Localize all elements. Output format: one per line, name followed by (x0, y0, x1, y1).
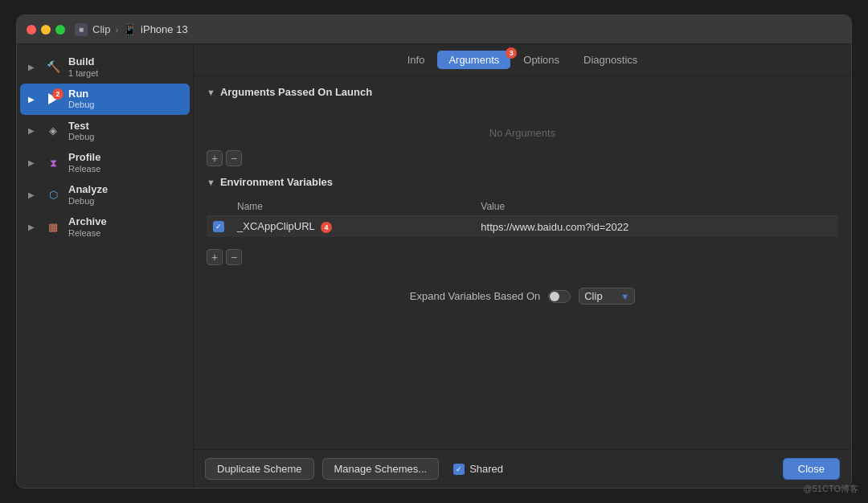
remove-env-button[interactable]: − (226, 249, 242, 265)
duplicate-scheme-button[interactable]: Duplicate Scheme (205, 458, 314, 480)
add-env-button[interactable]: + (207, 249, 223, 265)
sidebar-item-build[interactable]: ▶ 🔨 Build 1 target (20, 51, 190, 83)
sidebar-test-text: Test Debug (68, 120, 182, 143)
expand-variables-toggle[interactable] (548, 290, 571, 303)
close-button[interactable]: Close (783, 458, 840, 480)
env-row-checkbox-cell: ✓ (207, 216, 231, 238)
sidebar-profile-sublabel: Release (68, 164, 182, 174)
arguments-section-title: Arguments Passed On Launch (220, 86, 372, 98)
breadcrumb-chevron: › (115, 25, 118, 35)
no-arguments-text: No Arguments (207, 108, 838, 145)
sidebar-run-sublabel: Debug (68, 100, 182, 110)
minimize-traffic-light[interactable] (41, 25, 51, 35)
tab-diagnostics[interactable]: Diagnostics (572, 51, 649, 69)
sidebar-analyze-label: Analyze (68, 183, 182, 196)
panel-content: ▼ Arguments Passed On Launch No Argument… (194, 76, 851, 449)
shared-checkbox[interactable]: ✓ (453, 464, 465, 475)
sidebar-profile-label: Profile (68, 151, 182, 164)
env-section-title: Environment Variables (220, 176, 333, 188)
env-add-remove-row: + − (207, 244, 838, 275)
env-row-checkbox[interactable]: ✓ (213, 221, 224, 232)
expand-variables-label: Expand Variables Based On (410, 290, 540, 302)
sidebar-test-label: Test (68, 120, 182, 133)
close-traffic-light[interactable] (27, 25, 36, 35)
shared-row: ✓ Shared (453, 463, 503, 475)
sidebar-archive-text: Archive Release (68, 215, 182, 239)
main-content: ▶ 🔨 Build 1 target ▶ 2 Run Debug (17, 44, 851, 488)
device-icon: 📱 (123, 23, 137, 36)
shared-label: Shared (469, 463, 503, 475)
col-value: Value (474, 198, 838, 216)
build-icon: 🔨 (44, 58, 62, 76)
watermark: @51CTO博客 (804, 483, 858, 495)
sidebar: ▶ 🔨 Build 1 target ▶ 2 Run Debug (17, 44, 194, 488)
expand-variables-select[interactable]: Clip (584, 290, 616, 302)
maximize-traffic-light[interactable] (55, 25, 65, 35)
arguments-section-header: ▼ Arguments Passed On Launch (207, 86, 838, 98)
breadcrumb-device: 📱 iPhone 13 (123, 23, 188, 36)
sidebar-build-label: Build (68, 55, 182, 68)
tab-info[interactable]: Info (396, 51, 436, 69)
sidebar-profile-text: Profile Release (68, 151, 182, 174)
sidebar-archive-sublabel: Release (68, 228, 182, 239)
env-row-value: https://www.baidu.com?id=2022 (474, 216, 838, 238)
sidebar-item-analyze[interactable]: ▶ ⬡ Analyze Debug (20, 179, 190, 211)
expand-select-wrapper: Clip ▼ (579, 288, 635, 305)
test-icon: ◈ (44, 122, 62, 140)
section-chevron-icon: ▼ (207, 88, 215, 97)
arguments-add-remove-row: + − (207, 145, 838, 176)
title-bar: ■ Clip › 📱 iPhone 13 (17, 15, 851, 44)
chevron-icon: ▶ (28, 95, 38, 104)
profile-icon: ⧗ (44, 154, 62, 172)
sidebar-archive-label: Archive (68, 215, 182, 228)
sidebar-run-label: Run (68, 88, 182, 100)
sidebar-run-text: Run Debug (68, 88, 182, 111)
expand-dropdown-arrow-icon: ▼ (620, 292, 629, 301)
right-panel: Info Arguments 3 Options Diagnostics ▼ A… (194, 44, 851, 488)
env-row-name: _XCAppClipURL 4 (231, 216, 474, 238)
bottom-bar: Duplicate Scheme Manage Schemes... ✓ Sha… (194, 449, 851, 488)
chevron-icon: ▶ (28, 158, 38, 167)
sidebar-item-archive[interactable]: ▶ ▦ Archive Release (20, 211, 190, 243)
badge-4: 4 (321, 222, 332, 233)
sidebar-analyze-sublabel: Debug (68, 196, 182, 207)
sidebar-item-run[interactable]: ▶ 2 Run Debug (20, 84, 190, 115)
sidebar-test-sublabel: Debug (68, 132, 182, 142)
col-checkbox (207, 198, 231, 216)
chevron-icon: ▶ (28, 190, 38, 199)
badge-2: 2 (52, 88, 63, 100)
breadcrumb: ■ Clip › 📱 iPhone 13 (75, 23, 188, 36)
chevron-icon: ▶ (28, 223, 38, 231)
add-argument-button[interactable]: + (207, 150, 223, 166)
table-row: ✓ _XCAppClipURL 4 https://www.baidu.com?… (207, 216, 838, 238)
env-section-header: ▼ Environment Variables (207, 176, 838, 188)
toggle-knob (550, 292, 559, 301)
tab-options[interactable]: Options (512, 51, 571, 69)
expand-variables-row: Expand Variables Based On Clip ▼ (207, 275, 838, 311)
archive-icon: ▦ (44, 218, 62, 235)
manage-schemes-button[interactable]: Manage Schemes... (322, 458, 440, 480)
chevron-icon: ▶ (28, 63, 38, 72)
device-label: iPhone 13 (141, 23, 188, 35)
sidebar-item-profile[interactable]: ▶ ⧗ Profile Release (20, 147, 190, 178)
sidebar-item-test[interactable]: ▶ ◈ Test Debug (20, 116, 190, 147)
breadcrumb-app-label: Clip (92, 23, 110, 35)
env-section-chevron-icon: ▼ (207, 178, 215, 187)
traffic-lights (27, 25, 65, 35)
tab-arguments[interactable]: Arguments 3 (437, 51, 510, 69)
run-icon: 2 (44, 90, 62, 108)
sidebar-build-sublabel: 1 target (68, 68, 182, 79)
tabs-bar: Info Arguments 3 Options Diagnostics (194, 44, 851, 76)
app-icon: ■ (75, 23, 88, 36)
col-name: Name (231, 198, 474, 216)
sidebar-build-text: Build 1 target (68, 55, 182, 79)
analyze-icon: ⬡ (44, 186, 62, 204)
env-variables-table: Name Value ✓ _XCAppClipURL 4 (207, 198, 838, 238)
main-window: ■ Clip › 📱 iPhone 13 ▶ 🔨 Build 1 target (16, 14, 852, 489)
sidebar-analyze-text: Analyze Debug (68, 183, 182, 207)
chevron-icon: ▶ (28, 126, 38, 135)
remove-argument-button[interactable]: − (226, 150, 242, 166)
